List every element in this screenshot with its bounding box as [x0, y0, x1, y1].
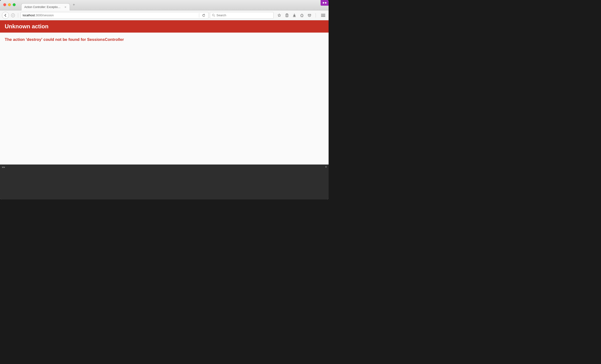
- tab-title: Action Controller: Exception ca...: [24, 5, 62, 9]
- reload-button[interactable]: [201, 14, 206, 17]
- tab-bar: Action Controller: Exception ca... × +: [0, 0, 329, 10]
- home-icon: [300, 13, 304, 17]
- menu-button[interactable]: [320, 12, 327, 19]
- maximize-window-button[interactable]: [13, 3, 16, 6]
- window-controls: [3, 3, 16, 6]
- address-path: :3000/session: [35, 13, 54, 17]
- close-console-button[interactable]: x: [325, 165, 327, 168]
- navigation-bar: i localhost:3000/session: [0, 10, 329, 20]
- info-icon: i: [11, 13, 15, 17]
- hamburger-icon: [321, 14, 325, 14]
- developer-console[interactable]: >> x: [0, 164, 329, 200]
- browser-window: Action Controller: Exception ca... × + i: [0, 0, 329, 200]
- address-host: localhost: [23, 13, 35, 17]
- pocket-icon: [308, 13, 311, 17]
- close-window-button[interactable]: [3, 3, 6, 6]
- page-content: Unknown action The action 'destroy' coul…: [0, 20, 329, 164]
- minimize-window-button[interactable]: [8, 3, 11, 6]
- search-input[interactable]: [216, 13, 271, 17]
- home-button[interactable]: [299, 12, 305, 19]
- svg-line-1: [214, 16, 215, 17]
- downloads-button[interactable]: [291, 12, 298, 19]
- separator: [18, 13, 18, 18]
- library-button[interactable]: [283, 12, 290, 19]
- search-icon: [212, 14, 215, 17]
- pocket-button[interactable]: [306, 12, 313, 19]
- extension-badge[interactable]: [321, 0, 329, 6]
- error-message: The action 'destroy' could not be found …: [0, 33, 329, 47]
- arrow-left-icon: [4, 14, 7, 17]
- address-bar[interactable]: localhost:3000/session: [20, 12, 209, 19]
- mask-icon: [322, 2, 327, 4]
- reload-icon: [202, 14, 205, 17]
- clipboard-icon: [285, 13, 289, 17]
- search-bar[interactable]: [210, 12, 274, 19]
- console-prompt: >>: [2, 166, 5, 169]
- separator: [316, 13, 316, 18]
- toolbar-icons: [276, 12, 313, 19]
- error-title: Unknown action: [0, 20, 329, 33]
- close-tab-button[interactable]: ×: [64, 5, 67, 9]
- star-icon: [277, 13, 281, 17]
- svg-rect-3: [286, 14, 288, 14]
- download-arrow-icon: [292, 13, 296, 17]
- separator: [199, 13, 199, 18]
- back-button[interactable]: [2, 12, 9, 19]
- site-info-button[interactable]: i: [10, 12, 16, 19]
- new-tab-button[interactable]: +: [73, 3, 75, 8]
- bookmark-star-button[interactable]: [276, 12, 282, 19]
- browser-tab[interactable]: Action Controller: Exception ca... ×: [21, 3, 70, 10]
